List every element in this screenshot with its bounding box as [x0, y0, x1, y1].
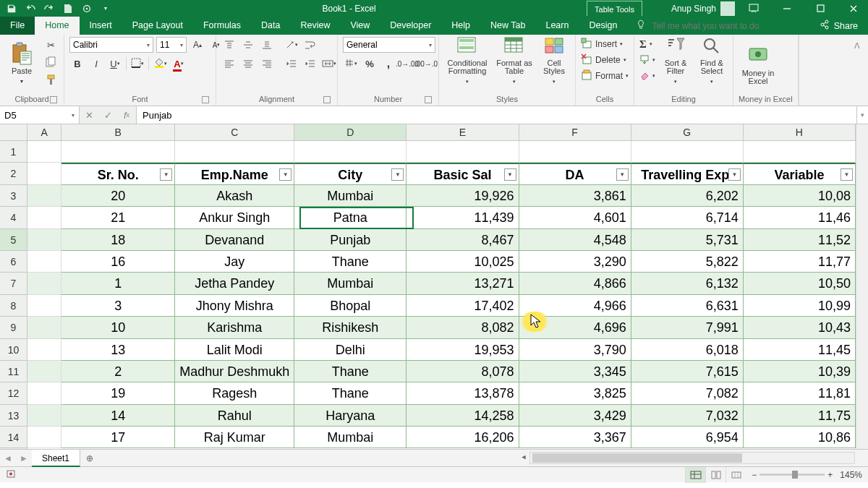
filter-button[interactable]: ▼ [616, 168, 629, 181]
cell[interactable] [744, 141, 856, 163]
table-cell[interactable]: 20 [61, 185, 175, 207]
tab-learn[interactable]: Learn [535, 17, 579, 35]
table-header-e[interactable]: Basic Sal▼ [407, 163, 519, 184]
sheet-nav-next[interactable]: ► [16, 453, 32, 463]
zoom-slider[interactable] [760, 474, 825, 476]
table-cell[interactable]: Akash [175, 185, 294, 207]
row-header-13[interactable]: 13 [0, 405, 27, 427]
save-icon[interactable] [6, 3, 17, 14]
increase-font-button[interactable]: A▴ [190, 37, 205, 53]
comma-button[interactable]: , [380, 56, 396, 72]
format-cells-button[interactable]: Format ▾ [581, 69, 629, 83]
table-cell[interactable]: 7,991 [631, 317, 744, 338]
table-cell[interactable]: 16,206 [407, 427, 519, 448]
decrease-decimal-button[interactable]: .00→.0 [418, 56, 434, 72]
table-cell[interactable]: Patna [294, 207, 407, 228]
font-size-select[interactable]: 11▾ [156, 37, 187, 53]
table-cell[interactable]: 3,290 [519, 251, 631, 273]
find-select-button[interactable]: Find & Select▾ [696, 37, 728, 86]
cell[interactable] [27, 163, 61, 184]
table-cell[interactable]: 7,615 [631, 361, 744, 382]
table-cell[interactable]: 7,082 [631, 382, 744, 404]
cell[interactable] [27, 185, 61, 207]
tab-data[interactable]: Data [251, 17, 290, 35]
table-cell[interactable]: Thane [294, 251, 407, 273]
user-account[interactable]: Anup Singh [671, 1, 735, 16]
vertical-scrollbar[interactable] [856, 124, 868, 449]
formula-input[interactable]: Punjab [137, 106, 856, 124]
cell[interactable] [27, 141, 61, 163]
row-header-5[interactable]: 5 [0, 229, 27, 251]
row-header-3[interactable]: 3 [0, 185, 27, 207]
tab-developer[interactable]: Developer [380, 17, 441, 35]
cell[interactable] [27, 405, 61, 427]
table-cell[interactable]: 16 [61, 251, 175, 273]
table-cell[interactable]: 10,86 [744, 427, 856, 448]
zoom-level[interactable]: 145% [840, 470, 862, 480]
align-top-button[interactable] [221, 37, 237, 53]
table-cell[interactable]: 13,878 [407, 382, 519, 404]
bold-button[interactable]: B [69, 56, 85, 72]
number-format-select[interactable]: General▾ [343, 37, 435, 53]
row-header-4[interactable]: 4 [0, 207, 27, 228]
table-cell[interactable]: 3,345 [519, 361, 631, 382]
table-cell[interactable]: 1 [61, 273, 175, 294]
table-cell[interactable]: 4,866 [519, 273, 631, 294]
format-as-table-button[interactable]: Format as Table▾ [495, 37, 534, 86]
table-cell[interactable]: Ankur Singh [175, 207, 294, 228]
new-file-icon[interactable] [62, 3, 74, 14]
tab-view[interactable]: View [340, 17, 380, 35]
table-cell[interactable]: 11,77 [744, 251, 856, 273]
cancel-formula-button[interactable]: ✕ [80, 110, 98, 121]
zoom-in-button[interactable]: + [827, 470, 833, 480]
table-cell[interactable]: 17,402 [407, 295, 519, 317]
paste-button[interactable]: Paste▾ [5, 37, 38, 86]
cell[interactable] [27, 361, 61, 382]
table-cell[interactable]: Rishikesh [294, 317, 407, 338]
table-cell[interactable]: Mumbai [294, 273, 407, 294]
cell[interactable] [27, 251, 61, 273]
table-cell[interactable]: Delhi [294, 339, 407, 361]
underline-button[interactable]: U▾ [107, 56, 123, 72]
column-headers[interactable]: A B C D E F G H [27, 124, 856, 141]
cell[interactable] [27, 295, 61, 317]
row-header-14[interactable]: 14 [0, 427, 27, 448]
table-cell[interactable]: 11,439 [407, 207, 519, 228]
tab-insert[interactable]: Insert [80, 17, 122, 35]
table-header-f[interactable]: DA▼ [519, 163, 631, 184]
tab-design[interactable]: Design [579, 17, 627, 35]
row-header-11[interactable]: 11 [0, 361, 27, 382]
filter-button[interactable]: ▼ [279, 168, 292, 181]
table-cell[interactable]: Jay [175, 251, 294, 273]
tell-me[interactable] [627, 17, 791, 35]
touch-mode-icon[interactable] [81, 3, 93, 14]
table-header-b[interactable]: Sr. No.▼ [61, 163, 175, 184]
fill-button[interactable]: ▾ [639, 53, 655, 67]
redo-icon[interactable] [43, 3, 55, 14]
cell[interactable] [27, 427, 61, 448]
grid[interactable]: Sr. No.▼Emp.Name▼City▼Basic Sal▼DA▼Trave… [27, 141, 856, 449]
table-header-g[interactable]: Travelling Exp.▼ [631, 163, 744, 184]
hscroll-left[interactable]: ◄ [518, 452, 529, 463]
table-cell[interactable]: 3,825 [519, 382, 631, 404]
share-button[interactable]: Share [809, 17, 868, 35]
name-box[interactable]: D5▾ [0, 106, 80, 124]
filter-button[interactable]: ▼ [841, 168, 853, 181]
table-cell[interactable]: 4,601 [519, 207, 631, 228]
undo-icon[interactable] [25, 3, 36, 14]
cell[interactable] [27, 317, 61, 338]
table-cell[interactable]: 6,714 [631, 207, 744, 228]
table-cell[interactable]: 7,032 [631, 405, 744, 427]
table-cell[interactable]: 11,75 [744, 405, 856, 427]
font-dialog-launcher[interactable] [202, 96, 209, 103]
borders-button[interactable]: ▾ [129, 56, 145, 72]
select-all-corner[interactable] [0, 124, 27, 141]
view-normal-button[interactable] [685, 467, 705, 483]
conditional-formatting-button[interactable]: Conditional Formatting▾ [444, 37, 490, 86]
macro-record-icon[interactable] [0, 468, 22, 481]
accounting-button[interactable]: ▾ [343, 56, 359, 72]
col-header-h[interactable]: H [744, 124, 856, 140]
table-cell[interactable]: 19,926 [407, 185, 519, 207]
table-cell[interactable]: 18 [61, 229, 175, 251]
table-cell[interactable]: 10,39 [744, 361, 856, 382]
